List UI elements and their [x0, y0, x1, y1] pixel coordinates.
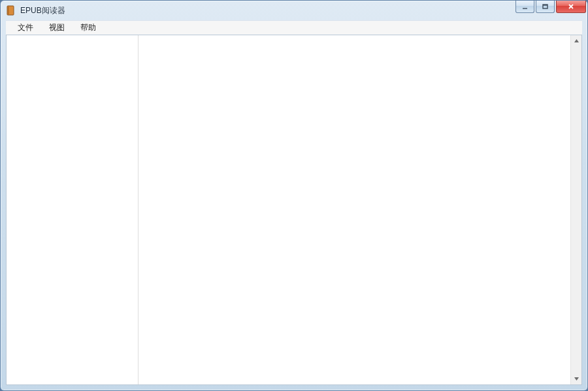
menu-file-label: 文件 [18, 22, 33, 33]
window-title: EPUB阅读器 [20, 5, 65, 16]
sidebar-toc[interactable] [7, 35, 139, 384]
maximize-button[interactable] [536, 1, 555, 13]
app-window: EPUB阅读器 文件 [0, 0, 588, 391]
close-button[interactable] [556, 1, 586, 13]
reader-content[interactable] [139, 35, 570, 384]
svg-marker-7 [574, 39, 579, 42]
scroll-track[interactable] [571, 46, 581, 373]
svg-rect-1 [8, 7, 9, 14]
client-area [6, 35, 582, 385]
vertical-scrollbar[interactable] [570, 35, 581, 384]
title-bar[interactable]: EPUB阅读器 [1, 1, 587, 20]
menu-view-label: 视图 [49, 22, 65, 33]
app-icon [6, 5, 16, 16]
menu-file[interactable]: 文件 [10, 21, 41, 35]
content-wrap [139, 35, 581, 384]
menu-bar: 文件 视图 帮助 [6, 20, 582, 35]
menu-help[interactable]: 帮助 [73, 21, 104, 35]
window-controls [515, 1, 586, 13]
scroll-up-button[interactable] [571, 35, 581, 46]
menu-help-label: 帮助 [80, 22, 96, 33]
minimize-button[interactable] [515, 1, 534, 13]
svg-marker-8 [574, 377, 579, 381]
menu-view[interactable]: 视图 [41, 21, 73, 35]
scroll-down-button[interactable] [571, 373, 581, 384]
